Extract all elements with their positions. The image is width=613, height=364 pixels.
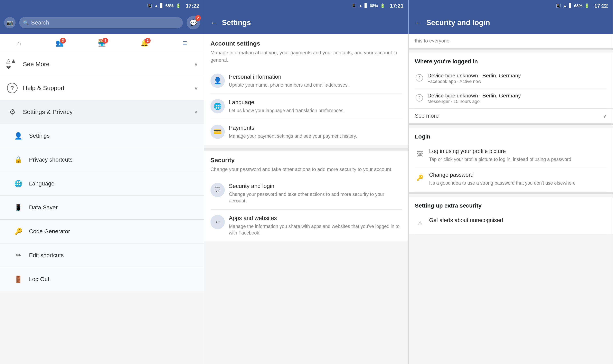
settings-privacy-chevron: ∧ (194, 109, 198, 115)
language-label: Language (29, 180, 54, 187)
where-logged-in-title: Where you're logged in (415, 58, 607, 65)
logout-icon: 🚪 (12, 273, 25, 285)
security-section: Security Change your password and take o… (204, 151, 408, 242)
nav-marketplace[interactable]: 🏪 4 (98, 39, 106, 47)
account-settings-section: Account settings Manage information abou… (204, 34, 408, 145)
home-icon: ⌂ (17, 39, 21, 47)
sec-item-unrecognised[interactable]: ⚠ Get alerts about unrecognised (415, 213, 607, 234)
extra-security-section: Setting up extra security ⚠ Get alerts a… (409, 197, 613, 234)
help-support-label: Help & Support (23, 85, 190, 91)
account-desc: Manage information about you, your payme… (210, 49, 402, 64)
menu-sub-code-gen[interactable]: 🔑 Code Generator (0, 220, 204, 244)
settings-privacy-icon: ⚙ (6, 106, 18, 118)
panel-settings: 📳 ▲ ▋ 68% 🔋 17:21 ← Settings Account set… (204, 0, 409, 364)
menu-sub-logout[interactable]: 🚪 Log Out (0, 267, 204, 291)
payments-sublabel: Manage your payment settings and see you… (229, 133, 402, 139)
panel3-header: ← Security and login (409, 12, 613, 34)
battery-icon-3: 🔋 (584, 3, 589, 8)
panel2-title: Settings (222, 18, 251, 27)
marketplace-badge: 4 (102, 38, 108, 43)
device-1-label: Device type unknown · Berlin, Germany (428, 73, 521, 79)
vibrate-icon-3: 📳 (556, 3, 561, 8)
status-icons-1: 📳 ▲ ▋ 68% 🔋 (147, 3, 181, 8)
battery-icon-2: 🔋 (380, 3, 385, 8)
menu-sub-edit-shortcuts[interactable]: ✏ Edit shortcuts (0, 244, 204, 267)
menu-item-settings-privacy[interactable]: ⚙ Settings & Privacy ∧ (0, 100, 204, 124)
profile-pic-login-sublabel: Tap or click your profile picture to log… (429, 156, 607, 163)
status-bar-2: 📳 ▲ ▋ 68% 🔋 17:21 (204, 0, 408, 12)
payments-icon: 💳 (210, 125, 225, 139)
top-separator (409, 48, 613, 50)
messenger-button[interactable]: 💬 2 (187, 16, 200, 29)
nav-menu[interactable]: ≡ (183, 39, 187, 47)
device-1-sub: Facebook app · Active now (428, 79, 521, 84)
camera-icon[interactable]: 📷 (4, 17, 15, 28)
notifications-badge: 2 (145, 38, 151, 43)
menu-sub-language[interactable]: 🌐 Language (0, 172, 204, 196)
settings-label: Settings (29, 132, 50, 139)
menu-item-help-support[interactable]: ? Help & Support ∨ (0, 76, 204, 100)
menu-sub-data-saver[interactable]: 📱 Data Saver (0, 196, 204, 220)
groups-badge: 3 (60, 38, 66, 43)
device-question-icon-1: ? (415, 73, 424, 82)
see-more-label: See More (23, 61, 190, 68)
back-button-3[interactable]: ← (415, 18, 422, 27)
panel3-content: this to everyone. Where you're logged in… (409, 34, 613, 364)
menu-sub-privacy[interactable]: 🔒 Privacy shortcuts (0, 148, 204, 172)
profile-pic-login-icon: 🖼 (415, 149, 425, 159)
battery-icon: 🔋 (176, 3, 181, 8)
messenger-badge: 2 (195, 15, 201, 21)
login-section: Login 🖼 Log in using your profile pictur… (409, 128, 613, 192)
panel3-title: Security and login (426, 18, 490, 27)
settings-content: Account settings Manage information abou… (204, 34, 408, 364)
edit-shortcuts-icon: ✏ (12, 249, 25, 261)
settings-item-security-login[interactable]: 🛡 Security and login Change your passwor… (210, 178, 402, 209)
apps-websites-label: Apps and websites (229, 215, 402, 221)
menu-sub-settings[interactable]: 👤 Settings (0, 124, 204, 148)
search-icon: 🔍 (23, 20, 29, 26)
settings-item-personal-info[interactable]: 👤 Personal information Update your name,… (210, 68, 402, 94)
settings-item-language[interactable]: 🌐 Language Let us know your language and… (210, 94, 402, 119)
help-chevron: ∨ (194, 85, 198, 91)
search-placeholder: Search (31, 19, 49, 26)
security-login-label: Security and login (229, 183, 402, 189)
search-bar[interactable]: 🔍 Search (19, 17, 183, 28)
language-settings-label: Language (229, 99, 402, 106)
profile-pic-login-label: Log in using your profile picture (429, 148, 607, 155)
nav-home[interactable]: ⌂ (17, 39, 21, 47)
camera-icon-symbol: 📷 (7, 20, 13, 26)
signal-icon: ▋ (160, 3, 163, 8)
nav-notifications[interactable]: 🔔 2 (140, 39, 149, 47)
sec-item-profile-pic[interactable]: 🖼 Log in using your profile picture Tap … (415, 143, 607, 167)
where-logged-in-section: Where you're logged in ? Device type unk… (409, 52, 613, 108)
device-2-sub: Messenger · 15 hours ago (428, 99, 521, 104)
device-item-2[interactable]: ? Device type unknown · Berlin, Germany … (415, 89, 607, 108)
sec-item-change-password[interactable]: 🔑 Change password It's a good idea to us… (415, 167, 607, 192)
panel1-header: 📷 🔍 Search 💬 2 (0, 12, 204, 34)
change-password-sublabel: It's a good idea to use a strong passwor… (429, 180, 607, 186)
language-icon: 🌐 (12, 178, 25, 190)
privacy-icon: 🔒 (12, 154, 25, 166)
device-item-1[interactable]: ? Device type unknown · Berlin, Germany … (415, 68, 607, 89)
battery-percent-3: 68% (574, 3, 582, 8)
security-desc: Change your password and take other acti… (210, 166, 402, 173)
menu-item-see-more[interactable]: △▲❤ See More ∨ (0, 52, 204, 76)
edit-shortcuts-label: Edit shortcuts (29, 252, 64, 259)
extra-security-title: Setting up extra security (415, 202, 607, 209)
back-button-2[interactable]: ← (210, 18, 218, 27)
status-bar-1: 📳 ▲ ▋ 68% 🔋 17:22 (0, 0, 204, 12)
mid-separator (409, 123, 613, 125)
see-more-chevron: ∨ (603, 113, 607, 119)
login-section-title: Login (415, 133, 607, 140)
see-more-chevron: ∨ (194, 61, 198, 67)
panel-security-login: 📳 ▲ ▋ 68% 🔋 17:22 ← Security and login t… (409, 0, 613, 364)
settings-item-apps-websites[interactable]: ↔ Apps and websites Manage the informati… (210, 209, 402, 241)
nav-icons-row: ⌂ 👥 3 🏪 4 🔔 2 ≡ (0, 34, 204, 52)
vibrate-icon: 📳 (147, 3, 152, 8)
nav-groups[interactable]: 👥 3 (56, 39, 64, 47)
settings-item-payments[interactable]: 💳 Payments Manage your payment settings … (210, 119, 402, 145)
apps-websites-sublabel: Manage the information you share with ap… (229, 223, 402, 236)
menu-icon: ≡ (183, 39, 187, 47)
see-more-row[interactable]: See more ∨ (409, 108, 613, 123)
apps-websites-icon: ↔ (210, 215, 225, 229)
